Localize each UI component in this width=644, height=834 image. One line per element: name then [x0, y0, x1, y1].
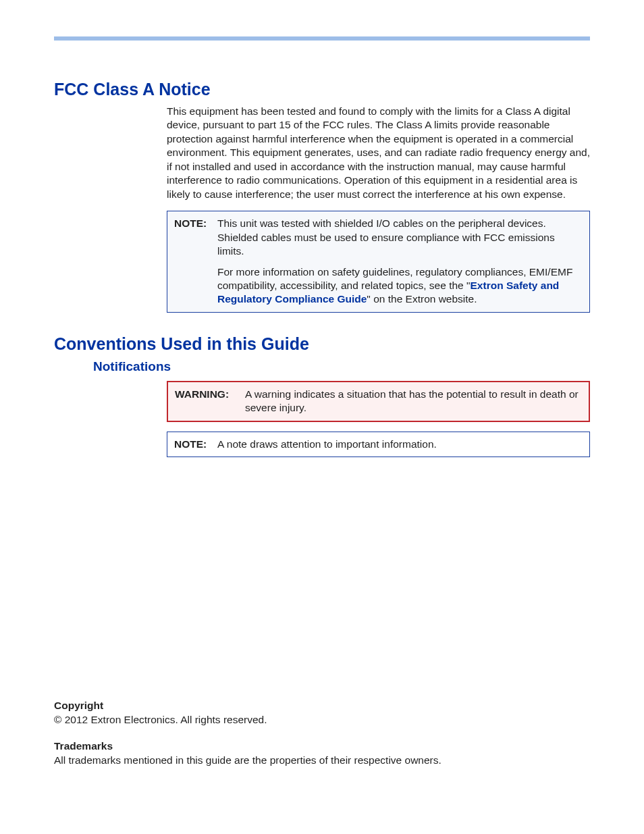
conventions-heading: Conventions Used in this Guide — [54, 334, 590, 354]
page-top-rule — [54, 36, 590, 41]
warning-box: WARNING: A warning indicates a situation… — [167, 381, 590, 422]
note-label-spacer — [174, 265, 209, 307]
trademarks-text: All trademarks mentioned in this guide a… — [54, 754, 441, 766]
fcc-note-para2-after: " on the Extron website. — [367, 293, 477, 305]
trademarks-block: Trademarks All trademarks mentioned in t… — [54, 739, 590, 768]
fcc-note-para1: This unit was tested with shielded I/O c… — [217, 217, 583, 258]
copyright-heading: Copyright — [54, 700, 103, 711]
copyright-text: © 2012 Extron Electronics. All rights re… — [54, 714, 267, 725]
fcc-note-box: NOTE: This unit was tested with shielded… — [167, 211, 590, 313]
note2-label: NOTE: — [174, 438, 209, 451]
page-footer: Copyright © 2012 Extron Electronics. All… — [54, 699, 590, 768]
page-content: FCC Class A Notice This equipment has be… — [54, 68, 590, 457]
fcc-note-para2: For more information on safety guideline… — [217, 265, 583, 307]
trademarks-heading: Trademarks — [54, 740, 113, 752]
note-label: NOTE: — [174, 217, 209, 258]
fcc-body: This equipment has been tested and found… — [167, 105, 590, 201]
warning-text: A warning indicates a situation that has… — [245, 388, 582, 415]
note-box: NOTE: A note draws attention to importan… — [167, 432, 590, 457]
copyright-block: Copyright © 2012 Extron Electronics. All… — [54, 699, 590, 727]
notifications-heading: Notifications — [93, 359, 590, 374]
note2-text: A note draws attention to important info… — [217, 438, 437, 451]
warning-label: WARNING: — [175, 388, 237, 415]
fcc-heading: FCC Class A Notice — [54, 80, 590, 99]
